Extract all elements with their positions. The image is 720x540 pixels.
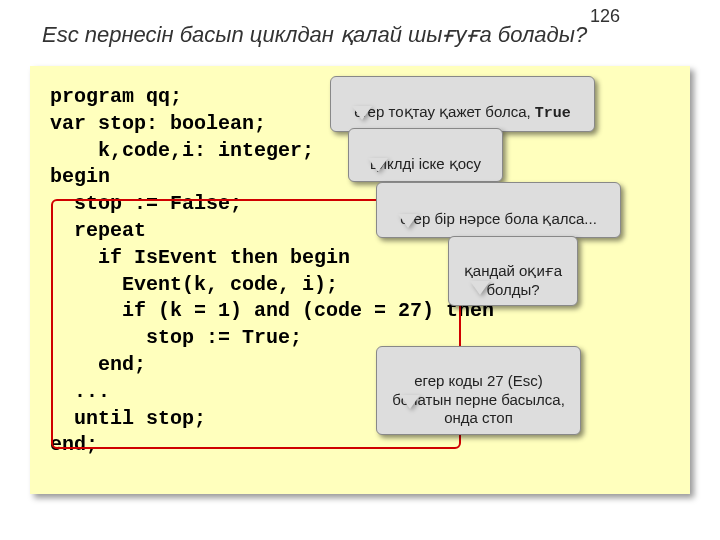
page-title: Esc пернесін басып циклдан қалай шығуға …	[42, 22, 587, 48]
code-line: k,code,i: integer;	[50, 139, 314, 162]
code-line: repeat	[50, 219, 146, 242]
callout-start-loop: циклді іске қосу	[348, 128, 503, 182]
callout-mono: True	[535, 105, 571, 122]
code-line: program qq;	[50, 85, 182, 108]
callout-if-something: егер бір нәрсе бола қалса...	[376, 182, 621, 238]
callout-text: егер тоқтау қажет болса,	[354, 103, 535, 120]
code-line: var stop: boolean;	[50, 112, 266, 135]
callout-text: егер бір нәрсе бола қалса...	[400, 210, 597, 227]
code-line: end;	[50, 353, 146, 376]
callout-esc-stop: егер коды 27 (Esc) болатын перне басылса…	[376, 346, 581, 435]
callout-tail	[398, 214, 418, 228]
callout-what-event: қандай оқиға болды?	[448, 236, 578, 306]
code-line: end;	[50, 433, 98, 456]
code-line: ...	[50, 380, 110, 403]
page-number: 126	[590, 6, 620, 27]
code-line: if (k = 1) and (code = 27) then	[50, 299, 494, 322]
callout-tail	[368, 158, 388, 172]
callout-true-stop: егер тоқтау қажет болса, True	[330, 76, 595, 132]
code-line: until stop;	[50, 407, 206, 430]
callout-tail	[470, 281, 490, 295]
code-line: begin	[50, 165, 110, 188]
code-line: stop := False;	[50, 192, 242, 215]
code-line: stop := True;	[50, 326, 302, 349]
callout-tail	[352, 106, 372, 120]
code-line: if IsEvent then begin	[50, 246, 350, 269]
callout-tail	[400, 395, 420, 409]
code-line: Event(k, code, i);	[50, 273, 338, 296]
